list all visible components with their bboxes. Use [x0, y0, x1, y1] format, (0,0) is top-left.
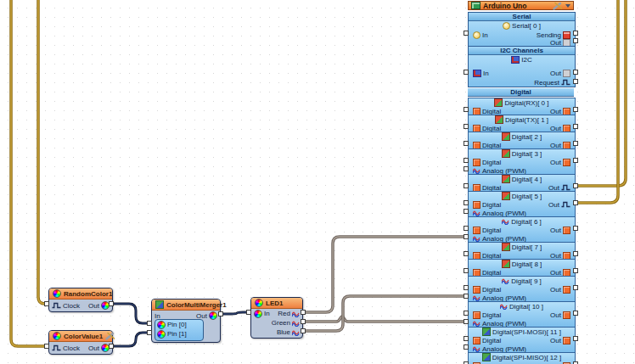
- digital-pin-icon: [473, 227, 480, 234]
- out-pin-icon: [563, 337, 570, 344]
- connection-pin[interactable]: [44, 344, 49, 349]
- connection-pin[interactable]: [573, 107, 578, 112]
- connection-pin[interactable]: [464, 166, 469, 171]
- connection-pin[interactable]: [464, 158, 469, 163]
- component-randomcolor1[interactable]: RandomColor1 ClockOut: [48, 288, 113, 312]
- connection-pin[interactable]: [246, 310, 251, 315]
- channel-title: Digital[ 8 ]: [469, 260, 575, 268]
- connection-pin[interactable]: [464, 234, 469, 239]
- digital-pin-icon: [473, 201, 480, 209]
- out-step-icon: [561, 201, 570, 208]
- arduino-channel-3: Digital[ 3 ]DigitalOutAnalog (PWM): [468, 148, 576, 175]
- out-pin-icon: [563, 227, 570, 234]
- component-header[interactable]: ColorMultiMerger1: [152, 300, 220, 311]
- connection-pin[interactable]: [109, 301, 114, 306]
- connection-pin[interactable]: [573, 124, 578, 129]
- connection-pin[interactable]: [573, 183, 578, 188]
- i2c-request-label: Request: [534, 79, 559, 87]
- connection-pin[interactable]: [464, 209, 469, 214]
- connection-pin[interactable]: [464, 268, 469, 273]
- connection-pin[interactable]: [573, 79, 578, 84]
- clock-wire-to-randomcolor[interactable]: [38, 0, 48, 304]
- connection-pin[interactable]: [573, 38, 578, 43]
- connection-pin[interactable]: [464, 226, 469, 231]
- color-wire-random-to-pin0[interactable]: [111, 304, 151, 323]
- connection-pin[interactable]: [44, 301, 49, 306]
- green-pin-label: Green: [272, 319, 290, 327]
- connection-pin[interactable]: [109, 344, 114, 349]
- connection-pin[interactable]: [464, 31, 469, 36]
- channel-pin-row: DigitalOut: [469, 285, 575, 294]
- connection-pin[interactable]: [464, 124, 469, 129]
- clock-wire-to-randomcolor[interactable]: [38, 0, 48, 304]
- connection-pin[interactable]: [218, 311, 223, 316]
- connection-pin[interactable]: [301, 319, 306, 324]
- connection-pin[interactable]: [147, 321, 152, 326]
- analog-wire-red-to-d6pwm[interactable]: [301, 237, 466, 312]
- clock-wire-to-colorvalue[interactable]: [11, 0, 48, 346]
- connection-pin[interactable]: [573, 226, 578, 231]
- color-wire-random-to-pin0[interactable]: [111, 304, 151, 323]
- connection-pin[interactable]: [464, 319, 469, 324]
- component-header[interactable]: ColorValue1: [49, 331, 112, 342]
- connection-pin[interactable]: [464, 344, 469, 350]
- channel-title: Digital[ 10 ]: [469, 302, 575, 311]
- i2c-header: I2C Channels: [469, 47, 575, 55]
- connection-pin[interactable]: [464, 294, 469, 299]
- wrench-icon[interactable]: [553, 2, 563, 10]
- led-icon: [255, 299, 263, 307]
- analog-wave-icon: [473, 320, 480, 327]
- component-header[interactable]: RandomColor1: [49, 288, 112, 300]
- connection-pin[interactable]: [464, 336, 469, 341]
- connection-pin[interactable]: [573, 336, 578, 341]
- color-value-icon: [53, 332, 61, 340]
- connection-pin[interactable]: [573, 141, 578, 146]
- connection-pin[interactable]: [464, 200, 469, 205]
- connection-pin[interactable]: [464, 311, 469, 316]
- connection-pin[interactable]: [464, 107, 469, 112]
- connection-pin[interactable]: [573, 285, 578, 290]
- connection-pin[interactable]: [301, 310, 306, 315]
- component-header[interactable]: LED1: [251, 298, 302, 309]
- connection-pin[interactable]: [464, 251, 469, 256]
- connection-pin[interactable]: [573, 268, 578, 273]
- analog-wave-icon: [473, 210, 480, 216]
- board-icon: [471, 2, 480, 9]
- i2c-out-icon: [563, 70, 570, 77]
- component-colorvalue1[interactable]: ColorValue1 ClockOut: [48, 330, 113, 355]
- random-color-icon: [53, 289, 61, 298]
- clock-wire-digital5-out[interactable]: [578, 0, 618, 203]
- visuino-design-canvas: RandomColor1 ClockOut ColorValue1 ClockO…: [0, 0, 635, 364]
- connection-pin[interactable]: [464, 285, 469, 290]
- connection-pin[interactable]: [573, 200, 578, 205]
- connection-pin[interactable]: [301, 328, 306, 333]
- analog-wire-green-to-d10pwm[interactable]: [301, 316, 466, 322]
- connection-pin[interactable]: [464, 70, 469, 75]
- chevron-down-icon[interactable]: [565, 4, 570, 8]
- i2c-group: I2C Channels I2C InOut Request: [468, 46, 576, 87]
- component-colormultimerger1[interactable]: ColorMultiMerger1 InOut Pin [0] Pin [1]: [151, 299, 221, 343]
- connection-pin[interactable]: [464, 183, 469, 188]
- component-led1[interactable]: LED1 InRed Green Blue: [250, 297, 303, 339]
- analog-wave-icon: [473, 235, 480, 242]
- connection-pin[interactable]: [573, 251, 578, 256]
- channel-title: Digital(SPI-MOSI)[ 11 ]: [469, 328, 575, 336]
- clock-wire-digital5-out[interactable]: [578, 0, 618, 203]
- connection-pin[interactable]: [464, 141, 469, 146]
- input-pins-panel: Pin [0] Pin [1]: [155, 319, 204, 341]
- connection-pin[interactable]: [573, 70, 578, 75]
- color-wire-value-to-pin1[interactable]: [111, 333, 151, 346]
- connection-pin[interactable]: [147, 330, 152, 335]
- color-wire-value-to-pin1[interactable]: [111, 333, 151, 346]
- connection-pin[interactable]: [573, 31, 578, 36]
- arduino-title-bar[interactable]: Arduino Uno: [468, 1, 574, 10]
- pin0-label: Pin [0]: [167, 321, 187, 328]
- connection-pin[interactable]: [573, 311, 578, 316]
- connection-pin[interactable]: [573, 158, 578, 163]
- component-arduino-uno[interactable]: Arduino Uno Serial Serial[ 0 ] InSending…: [468, 1, 576, 364]
- arduino-channel-7: Digital[ 7 ]DigitalOut: [468, 242, 576, 260]
- clock-wire-to-colorvalue[interactable]: [11, 0, 48, 346]
- i2c-channel-icon: [511, 56, 520, 64]
- analog-wire-red-to-d6pwm[interactable]: [301, 237, 466, 312]
- wrench-icon[interactable]: [105, 332, 115, 340]
